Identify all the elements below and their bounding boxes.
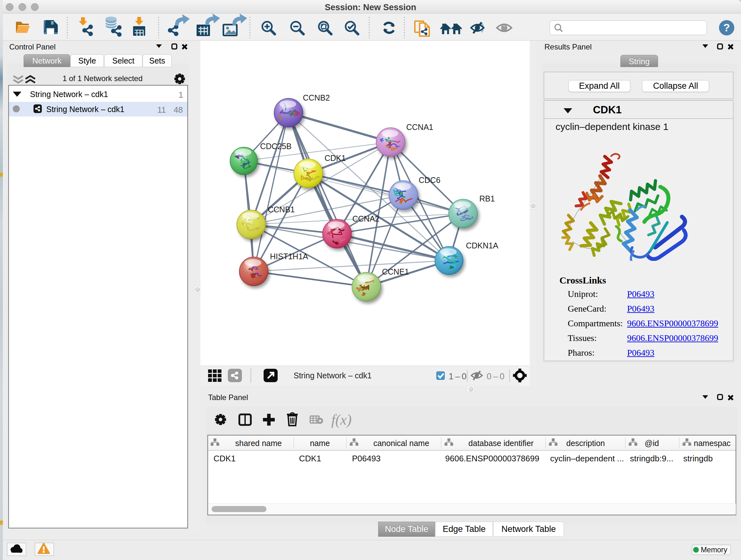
svg-text:RB1: RB1 <box>479 194 495 203</box>
svg-text:CDC6: CDC6 <box>419 176 441 185</box>
svg-text:CCNB2: CCNB2 <box>303 93 330 102</box>
svg-text:CCNE1: CCNE1 <box>382 267 409 276</box>
svg-text:CDKN1A: CDKN1A <box>466 241 498 250</box>
svg-text:CCNA2: CCNA2 <box>352 214 380 223</box>
svg-text:CDK1: CDK1 <box>325 153 346 163</box>
svg-text:CDC25B: CDC25B <box>260 142 292 151</box>
svg-text:CCNA1: CCNA1 <box>406 123 433 132</box>
svg-text:CCNB1: CCNB1 <box>268 205 295 214</box>
svg-text:HIST1H1A: HIST1H1A <box>270 252 308 261</box>
